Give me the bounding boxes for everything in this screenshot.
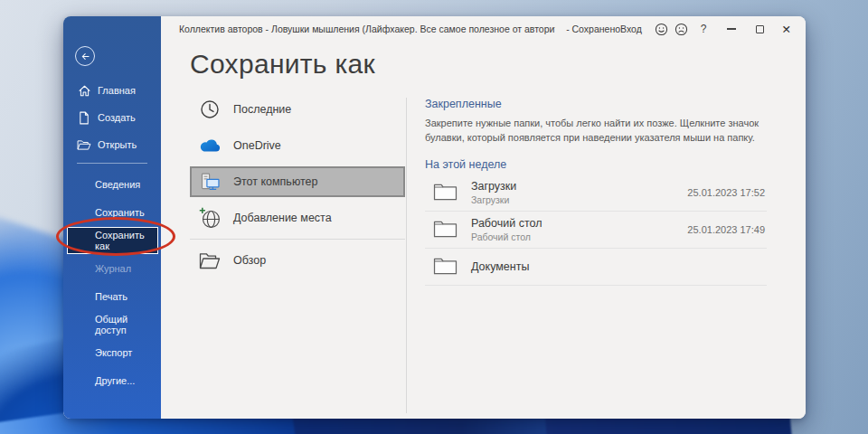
clock-icon xyxy=(197,99,222,119)
sidebar-item-label: Общий доступ xyxy=(95,314,161,335)
home-icon xyxy=(77,84,91,98)
place-add-place[interactable]: Добавление места xyxy=(190,203,405,233)
smiley-face-icon xyxy=(655,23,668,36)
folder-text: Документы xyxy=(471,260,529,273)
sidebar-item-label: Журнал xyxy=(95,263,131,274)
folder-date: 25.01.2023 17:49 xyxy=(687,224,765,235)
sidebar-item-label: Другие... xyxy=(95,375,135,386)
folder-path: Рабочий стол xyxy=(471,231,542,242)
sidebar-item-label: Главная xyxy=(98,85,136,96)
sidebar-item-print[interactable]: Печать xyxy=(63,283,161,310)
sidebar-item-save-as[interactable]: Сохранить как xyxy=(67,227,158,254)
sidebar-item-home[interactable]: Главная xyxy=(63,77,161,104)
save-as-page: Сохранить как Последние OneDrive xyxy=(161,49,806,419)
maximize-icon xyxy=(756,25,764,33)
folder-text: Загрузки Загрузки xyxy=(471,180,516,205)
arrow-left-icon xyxy=(80,51,91,62)
this-week-section-title: На этой неделе xyxy=(425,158,767,171)
folder-icon xyxy=(432,256,458,277)
place-browse[interactable]: Обзор xyxy=(190,245,405,276)
feedback-smile-button[interactable] xyxy=(655,23,668,36)
computer-icon xyxy=(197,171,222,193)
sidebar-item-more[interactable]: Другие... xyxy=(63,367,161,394)
sidebar-item-open[interactable]: Открыть xyxy=(63,131,161,158)
sidebar-item-history: Журнал xyxy=(63,255,161,282)
help-button[interactable]: ? xyxy=(701,23,707,35)
folder-name: Загрузки xyxy=(471,180,516,193)
folder-icon xyxy=(432,182,458,203)
place-onedrive[interactable]: OneDrive xyxy=(190,130,405,161)
sidebar-item-share[interactable]: Общий доступ xyxy=(63,311,161,338)
pinned-description: Закрепите нужные папки, чтобы легко найт… xyxy=(425,117,767,146)
sidebar-item-label: Открыть xyxy=(98,139,137,150)
folder-text: Рабочий стол Рабочий стол xyxy=(471,217,542,242)
folder-name: Документы xyxy=(471,260,529,273)
titlebar: Коллектив авторов - Ловушки мышления (Ла… xyxy=(161,16,806,42)
saved-status: - Сохранено xyxy=(566,24,620,34)
minimize-icon xyxy=(727,28,736,29)
sidebar-item-save[interactable]: Сохранить xyxy=(63,199,161,226)
document-title: Коллектив авторов - Ловушки мышления (Ла… xyxy=(179,24,555,34)
folder-name: Рабочий стол xyxy=(471,217,542,230)
pinned-panel: Закрепленные Закрепите нужные папки, что… xyxy=(425,98,767,286)
place-recent[interactable]: Последние xyxy=(190,94,405,125)
sidebar-item-info[interactable]: Сведения xyxy=(63,171,161,198)
add-place-globe-icon xyxy=(197,207,222,230)
place-label: Обзор xyxy=(233,254,266,267)
minimize-button[interactable] xyxy=(727,28,736,29)
places-list: Последние OneDrive Этот компьютер xyxy=(190,94,405,276)
place-label: Последние xyxy=(233,103,291,116)
folder-row-downloads[interactable]: Загрузки Загрузки 25.01.2023 17:52 xyxy=(425,175,767,212)
place-label: OneDrive xyxy=(233,139,281,152)
places-divider xyxy=(190,239,405,240)
close-icon: ✕ xyxy=(782,23,791,36)
backstage-sidebar: Главная Создать Открыть Сведения Сохрани… xyxy=(63,16,161,419)
frown-face-icon xyxy=(675,23,688,36)
sidebar-item-label: Создать xyxy=(98,112,136,123)
browse-folder-icon xyxy=(197,252,222,269)
folder-row-desktop[interactable]: Рабочий стол Рабочий стол 25.01.2023 17:… xyxy=(425,212,767,249)
back-button[interactable] xyxy=(75,46,95,66)
folder-icon xyxy=(432,219,458,240)
sidebar-item-label: Печать xyxy=(95,291,127,302)
feedback-frown-button[interactable] xyxy=(675,23,688,36)
sidebar-item-label: Сохранить как xyxy=(95,230,157,251)
open-folder-icon xyxy=(77,139,91,151)
sidebar-item-label: Сведения xyxy=(95,179,140,190)
sidebar-item-export[interactable]: Экспорт xyxy=(63,339,161,366)
place-label: Этот компьютер xyxy=(233,175,317,188)
column-divider xyxy=(406,98,407,413)
place-this-pc[interactable]: Этот компьютер xyxy=(190,166,405,197)
backstage-content: Коллектив авторов - Ловушки мышления (Ла… xyxy=(161,16,806,419)
word-backstage-window: Главная Создать Открыть Сведения Сохрани… xyxy=(63,16,806,419)
sidebar-item-new[interactable]: Создать xyxy=(63,104,161,131)
close-button[interactable]: ✕ xyxy=(782,23,791,36)
sidebar-item-label: Сохранить xyxy=(95,207,145,218)
page-title: Сохранить как xyxy=(190,49,806,80)
folder-path: Загрузки xyxy=(471,194,516,205)
sidebar-divider xyxy=(77,163,147,164)
maximize-button[interactable] xyxy=(756,25,764,33)
onedrive-cloud-icon xyxy=(197,138,222,154)
new-document-icon xyxy=(77,111,91,125)
sidebar-item-label: Экспорт xyxy=(95,347,132,358)
place-label: Добавление места xyxy=(233,212,332,224)
sign-in-button[interactable]: Вход xyxy=(620,24,642,34)
folder-row-documents[interactable]: Документы xyxy=(425,249,767,286)
pinned-section-title[interactable]: Закрепленные xyxy=(425,98,767,110)
folder-date: 25.01.2023 17:52 xyxy=(687,187,765,198)
